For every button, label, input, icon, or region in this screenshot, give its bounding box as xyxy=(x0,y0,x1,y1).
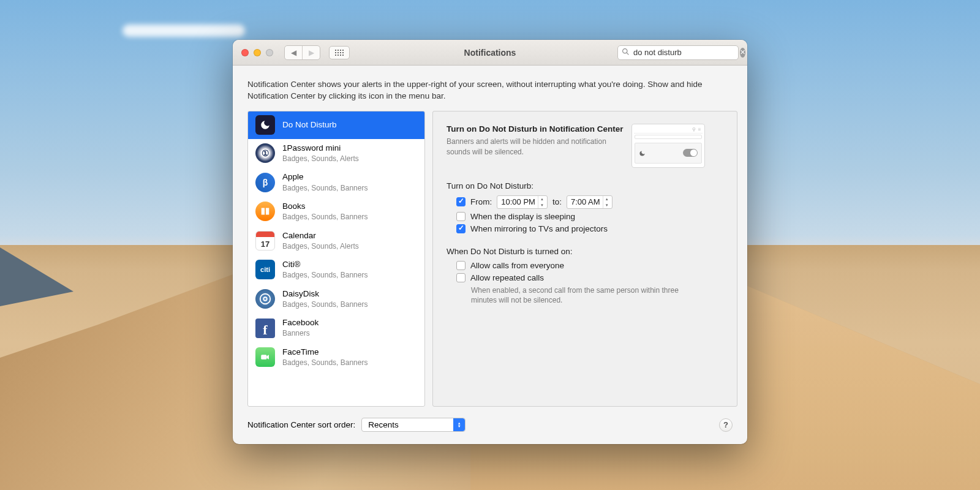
select-arrows-icon: ▲▼ xyxy=(453,418,465,431)
to-label: to: xyxy=(552,197,562,206)
sidebar-item-1password[interactable]: ① 1Password miniBadges, Sounds, Alerts xyxy=(248,139,424,168)
grid-icon xyxy=(335,50,344,56)
sidebar-item-apple[interactable]: β AppleBadges, Sounds, Banners xyxy=(248,168,424,197)
option-repeated-row: Allow repeated calls xyxy=(456,273,723,282)
sidebar-item-daisydisk[interactable]: DaisyDiskBadges, Sounds, Banners xyxy=(248,285,424,314)
titlebar: ◀ ▶ Notifications ✕ xyxy=(233,40,747,66)
search-icon xyxy=(622,48,630,58)
from-time-value: 10:00 PM xyxy=(501,197,535,206)
window-title: Notifications xyxy=(464,48,516,58)
forward-button: ▶ xyxy=(303,46,320,59)
sidebar-item-sub: Badges, Sounds, Banners xyxy=(282,300,368,309)
sidebar-item-label: DaisyDisk xyxy=(282,289,368,299)
option-repeated-label: Allow repeated calls xyxy=(470,273,544,282)
sidebar-item-calendar[interactable]: 17 CalendarBadges, Sounds, Alerts xyxy=(248,227,424,256)
sidebar-item-sub: Banners xyxy=(282,329,318,337)
sidebar-item-sub: Badges, Sounds, Banners xyxy=(282,358,368,367)
clear-search-button[interactable]: ✕ xyxy=(740,48,745,58)
svg-point-3 xyxy=(263,297,267,301)
svg-point-0 xyxy=(623,48,627,53)
help-button[interactable]: ? xyxy=(719,418,733,432)
option-mirroring-label: When mirroring to TVs and projectors xyxy=(470,224,608,233)
facetime-icon xyxy=(255,347,275,367)
option-mirroring-row: When mirroring to TVs and projectors xyxy=(456,224,723,233)
moon-icon xyxy=(255,115,275,135)
from-stepper[interactable]: ▲▼ xyxy=(538,196,546,208)
svg-rect-4 xyxy=(261,355,266,360)
option-sleeping-label: When the display is sleeping xyxy=(470,212,575,221)
checkbox-mirroring[interactable] xyxy=(456,224,466,233)
sidebar-item-books[interactable]: BooksBadges, Sounds, Banners xyxy=(248,197,424,227)
1password-icon: ① xyxy=(255,143,275,163)
option-sleeping-row: When the display is sleeping xyxy=(456,212,723,221)
sidebar-item-do-not-disturb[interactable]: Do Not Disturb xyxy=(248,111,424,139)
facebook-icon: f xyxy=(255,318,275,338)
preferences-window: ◀ ▶ Notifications ✕ Notification Center … xyxy=(233,40,747,444)
sidebar-item-label: Books xyxy=(282,202,368,211)
to-time-value: 7:00 AM xyxy=(571,197,600,206)
show-all-button[interactable] xyxy=(329,46,350,59)
zoom-button xyxy=(266,49,273,56)
sidebar-item-sub: Badges, Sounds, Alerts xyxy=(282,154,359,163)
moon-mini-icon xyxy=(639,149,646,156)
to-stepper[interactable]: ▲▼ xyxy=(603,196,611,208)
sort-order-value: Recents xyxy=(368,420,399,429)
sidebar-item-facebook[interactable]: f FacebookBanners xyxy=(248,314,424,343)
svg-point-2 xyxy=(260,294,271,304)
dnd-preview-toggle xyxy=(683,149,698,157)
sidebar-item-label: 1Password mini xyxy=(282,143,359,153)
books-icon xyxy=(255,202,275,221)
sidebar-item-label: Calendar xyxy=(282,231,359,241)
from-label: From: xyxy=(470,197,492,206)
content-area: Do Not Disturb ① 1Password miniBadges, S… xyxy=(233,111,747,409)
sidebar-item-label: Apple xyxy=(282,172,368,182)
sidebar-item-sub: Badges, Sounds, Alerts xyxy=(282,242,359,251)
calendar-icon: 17 xyxy=(255,231,275,251)
pane-description: Notification Center shows your alerts in… xyxy=(233,66,747,111)
window-controls xyxy=(241,49,273,56)
detail-panel: Turn on Do Not Disturb in Notification C… xyxy=(432,111,737,407)
from-time-field[interactable]: 10:00 PM ▲▼ xyxy=(497,195,548,209)
detail-title: Turn on Do Not Disturb in Notification C… xyxy=(447,124,623,135)
checkbox-display-sleeping[interactable] xyxy=(456,212,466,221)
search-field[interactable]: ✕ xyxy=(617,45,739,60)
citi-icon: citi xyxy=(255,260,275,279)
desktop-background-hill xyxy=(0,233,74,306)
detail-header: Turn on Do Not Disturb in Notification C… xyxy=(447,124,723,168)
daisydisk-icon xyxy=(255,289,275,309)
cloud-decoration xyxy=(123,24,245,37)
checkbox-allow-repeated[interactable] xyxy=(456,273,466,282)
footer: Notification Center sort order: Recents … xyxy=(233,409,747,444)
svg-line-1 xyxy=(627,53,628,55)
minimize-button[interactable] xyxy=(254,49,261,56)
sidebar-item-facetime[interactable]: FaceTimeBadges, Sounds, Banners xyxy=(248,343,424,372)
sidebar-item-label: Do Not Disturb xyxy=(282,120,337,130)
section-when-on: When Do Not Disturb is turned on: xyxy=(447,247,723,256)
checkbox-schedule[interactable] xyxy=(456,197,466,206)
app-list[interactable]: Do Not Disturb ① 1Password miniBadges, S… xyxy=(247,111,425,407)
apple-beta-icon: β xyxy=(255,173,275,192)
option-everyone-row: Allow calls from everyone xyxy=(456,261,723,270)
list-mini-icon: ≡ xyxy=(698,127,701,132)
sort-order-select[interactable]: Recents ▲▼ xyxy=(361,418,466,432)
close-button[interactable] xyxy=(241,49,249,56)
dnd-preview: ⚲≡ xyxy=(631,124,705,168)
sidebar-item-citi[interactable]: citi Citi®Badges, Sounds, Banners xyxy=(248,255,424,285)
option-schedule-row: From: 10:00 PM ▲▼ to: 7:00 AM ▲▼ xyxy=(456,195,723,209)
sidebar-item-label: Facebook xyxy=(282,318,318,328)
to-time-field[interactable]: 7:00 AM ▲▼ xyxy=(567,195,612,209)
sidebar-item-sub: Badges, Sounds, Banners xyxy=(282,271,368,279)
repeated-hint: When enabled, a second call from the sam… xyxy=(471,285,704,305)
nav-back-forward: ◀ ▶ xyxy=(284,45,320,60)
sort-order-label: Notification Center sort order: xyxy=(247,420,355,429)
sidebar-item-sub: Badges, Sounds, Banners xyxy=(282,184,368,192)
option-everyone-label: Allow calls from everyone xyxy=(470,261,564,270)
back-button[interactable]: ◀ xyxy=(285,46,302,59)
section-turn-on: Turn on Do Not Disturb: xyxy=(447,181,723,190)
search-input[interactable] xyxy=(633,48,736,57)
checkbox-allow-everyone[interactable] xyxy=(456,261,466,270)
magnify-mini-icon: ⚲ xyxy=(692,127,696,132)
sidebar-item-label: FaceTime xyxy=(282,347,368,357)
sidebar-item-sub: Badges, Sounds, Banners xyxy=(282,213,368,221)
sidebar-item-label: Citi® xyxy=(282,260,368,270)
